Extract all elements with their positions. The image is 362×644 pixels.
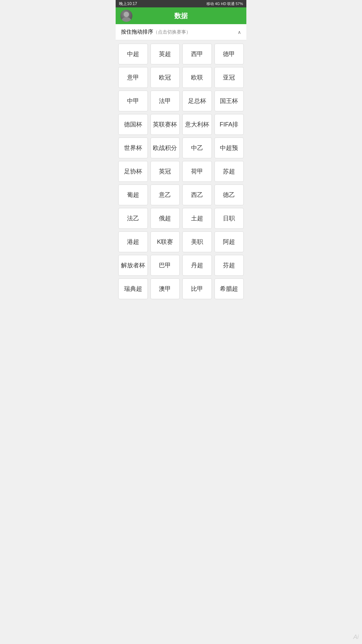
league-item[interactable]: 欧联 <box>182 67 212 88</box>
status-time: 晚上10:17 <box>119 1 137 7</box>
league-item[interactable]: 欧冠 <box>150 67 180 88</box>
league-grid: 中超英超西甲德甲意甲欧冠欧联亚冠中甲法甲足总杯国王杯德国杯英联赛杯意大利杯FIF… <box>116 40 246 303</box>
league-item[interactable]: 德乙 <box>215 184 244 205</box>
league-item[interactable]: 丹超 <box>182 255 212 276</box>
league-item[interactable]: 法甲 <box>150 91 180 111</box>
league-item[interactable]: 意大利杯 <box>182 114 212 135</box>
league-item[interactable]: 阿超 <box>215 231 244 252</box>
league-item[interactable]: 俄超 <box>150 208 180 229</box>
sort-main-text: 按住拖动排序 <box>121 29 153 35</box>
league-item[interactable]: 世界杯 <box>118 138 148 158</box>
league-item[interactable]: 中超 <box>118 44 148 64</box>
league-item[interactable]: 西甲 <box>182 44 212 64</box>
league-item[interactable]: 葡超 <box>118 184 148 205</box>
league-item[interactable]: 澳甲 <box>150 278 180 299</box>
league-item[interactable]: 中超预 <box>215 138 244 158</box>
league-item[interactable]: 亚冠 <box>215 67 244 88</box>
league-item[interactable]: 美职 <box>182 231 212 252</box>
league-item[interactable]: 意乙 <box>150 184 180 205</box>
league-item[interactable]: 英联赛杯 <box>150 114 180 135</box>
league-item[interactable]: 西乙 <box>182 184 212 205</box>
league-item[interactable]: 瑞典超 <box>118 278 148 299</box>
sort-label: 按住拖动排序（点击切换赛事） <box>121 29 191 36</box>
collapse-icon[interactable]: ∧ <box>238 30 241 35</box>
league-item[interactable]: 法乙 <box>118 208 148 229</box>
status-network-info: 移动 4G HD 联通 57% <box>206 1 243 6</box>
page-title: 数据 <box>174 11 188 20</box>
league-item[interactable]: 土超 <box>182 208 212 229</box>
league-item[interactable]: 中乙 <box>182 138 212 158</box>
league-item[interactable]: 港超 <box>118 231 148 252</box>
league-item[interactable]: 希腊超 <box>215 278 244 299</box>
sort-sub-text: （点击切换赛事） <box>153 29 191 35</box>
league-item[interactable]: 苏超 <box>215 161 244 182</box>
league-item[interactable]: 德国杯 <box>118 114 148 135</box>
league-item[interactable]: 巴甲 <box>150 255 180 276</box>
league-item[interactable]: 国王杯 <box>215 91 244 111</box>
league-item[interactable]: 比甲 <box>182 278 212 299</box>
league-item[interactable]: 足协杯 <box>118 161 148 182</box>
league-item[interactable]: 英冠 <box>150 161 180 182</box>
league-item[interactable]: 德甲 <box>215 44 244 64</box>
league-item[interactable]: 解放者杯 <box>118 255 148 276</box>
sort-bar[interactable]: 按住拖动排序（点击切换赛事） ∧ <box>116 24 246 40</box>
league-item[interactable]: 中甲 <box>118 91 148 111</box>
svg-point-0 <box>124 12 129 17</box>
league-item[interactable]: 荷甲 <box>182 161 212 182</box>
user-avatar[interactable] <box>120 10 132 22</box>
svg-point-1 <box>122 17 131 22</box>
league-item[interactable]: 英超 <box>150 44 180 64</box>
app-header: 数据 <box>116 7 246 24</box>
league-item[interactable]: 足总杯 <box>182 91 212 111</box>
league-item[interactable]: 日职 <box>215 208 244 229</box>
league-item[interactable]: K联赛 <box>150 231 180 252</box>
status-right-info: 移动 4G HD 联通 57% <box>206 1 243 6</box>
league-item[interactable]: 意甲 <box>118 67 148 88</box>
status-bar: 晚上10:17 移动 4G HD 联通 57% <box>116 0 246 7</box>
league-item[interactable]: FIFA排 <box>215 114 244 135</box>
league-item[interactable]: 欧战积分 <box>150 138 180 158</box>
league-item[interactable]: 芬超 <box>215 255 244 276</box>
